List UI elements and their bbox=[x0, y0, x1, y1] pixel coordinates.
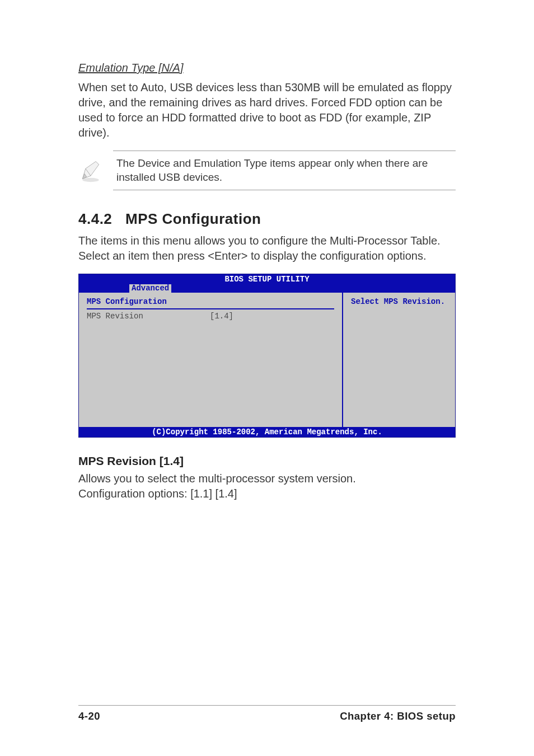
bios-tab-advanced: Advanced bbox=[129, 284, 171, 293]
bios-body: MPS Configuration MPS Revision [1.4] Sel… bbox=[79, 293, 455, 427]
section-intro: The items in this menu allows you to con… bbox=[78, 233, 456, 264]
note-text-container: The Device and Emulation Type items appe… bbox=[113, 151, 456, 190]
bios-section-title: MPS Configuration bbox=[87, 297, 334, 309]
bios-setting-row: MPS Revision [1.4] bbox=[87, 312, 334, 321]
mps-revision-line2: Configuration options: [1.1] [1.4] bbox=[78, 486, 456, 501]
footer-chapter: Chapter 4: BIOS setup bbox=[340, 710, 456, 722]
bios-header-title: BIOS SETUP UTILITY bbox=[224, 275, 309, 284]
document-page: Emulation Type [N/A] When set to Auto, U… bbox=[0, 0, 534, 756]
bios-setting-value: [1.4] bbox=[210, 312, 233, 321]
bios-screenshot: BIOS SETUP UTILITY Advanced MPS Configur… bbox=[78, 274, 456, 438]
note-block: The Device and Emulation Type items appe… bbox=[78, 151, 456, 190]
emulation-type-heading: Emulation Type [N/A] bbox=[78, 62, 456, 74]
mps-revision-heading: MPS Revision [1.4] bbox=[78, 454, 456, 468]
section-number: 4.4.2 bbox=[78, 210, 125, 228]
section-heading: 4.4.2MPS Configuration bbox=[78, 210, 456, 228]
page-footer: 4-20 Chapter 4: BIOS setup bbox=[78, 705, 456, 722]
emulation-type-body: When set to Auto, USB devices less than … bbox=[78, 80, 456, 140]
section-title: MPS Configuration bbox=[125, 210, 261, 227]
footer-page-number: 4-20 bbox=[78, 710, 100, 722]
bios-setting-label: MPS Revision bbox=[87, 312, 210, 321]
note-text: The Device and Emulation Type items appe… bbox=[116, 157, 452, 184]
bios-footer: (C)Copyright 1985-2002, American Megatre… bbox=[79, 427, 455, 437]
bios-left-pane: MPS Configuration MPS Revision [1.4] bbox=[79, 293, 343, 427]
note-pencil-icon bbox=[78, 158, 103, 183]
bios-help-text: Select MPS Revision. bbox=[351, 297, 447, 306]
bios-header: BIOS SETUP UTILITY Advanced bbox=[79, 274, 455, 293]
mps-revision-line1: Allows you to select the multi-processor… bbox=[78, 471, 456, 486]
bios-right-pane: Select MPS Revision. bbox=[343, 293, 455, 427]
svg-point-0 bbox=[82, 178, 99, 182]
